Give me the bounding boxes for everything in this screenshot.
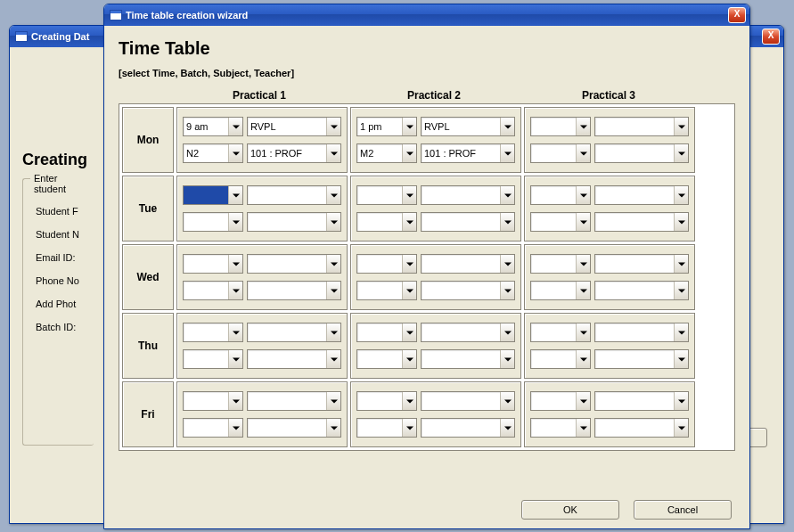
chevron-down-icon[interactable]	[674, 255, 688, 273]
teacher-select[interactable]	[421, 418, 515, 438]
subject-select[interactable]	[421, 391, 515, 411]
time-select[interactable]	[356, 254, 417, 274]
subject-select[interactable]	[594, 117, 689, 136]
time-select[interactable]	[530, 323, 591, 342]
chevron-down-icon[interactable]	[674, 118, 688, 135]
batch-select[interactable]	[183, 212, 243, 232]
teacher-select[interactable]	[421, 349, 515, 369]
teacher-select[interactable]	[594, 212, 689, 232]
time-select[interactable]	[183, 254, 243, 274]
chevron-down-icon[interactable]	[402, 118, 416, 135]
chevron-down-icon[interactable]	[576, 350, 590, 368]
teacher-select[interactable]	[247, 212, 341, 232]
time-select[interactable]	[356, 391, 417, 411]
teacher-select[interactable]	[421, 212, 515, 232]
chevron-down-icon[interactable]	[228, 419, 242, 437]
time-select[interactable]	[183, 185, 243, 205]
close-icon[interactable]: X	[728, 7, 746, 23]
chevron-down-icon[interactable]	[326, 186, 340, 204]
chevron-down-icon[interactable]	[228, 255, 242, 273]
chevron-down-icon[interactable]	[576, 392, 590, 410]
chevron-down-icon[interactable]	[402, 186, 416, 204]
chevron-down-icon[interactable]	[326, 392, 340, 410]
batch-select[interactable]	[356, 212, 417, 232]
chevron-down-icon[interactable]	[576, 118, 590, 135]
chevron-down-icon[interactable]	[326, 255, 340, 273]
teacher-select[interactable]	[247, 349, 341, 369]
cancel-button[interactable]: Cancel	[634, 500, 732, 520]
batch-select[interactable]	[530, 143, 591, 163]
chevron-down-icon[interactable]	[500, 255, 514, 273]
subject-select[interactable]	[421, 185, 515, 205]
chevron-down-icon[interactable]	[674, 213, 688, 231]
teacher-select[interactable]	[594, 349, 689, 369]
subject-select[interactable]	[247, 185, 341, 205]
chevron-down-icon[interactable]	[402, 323, 416, 341]
chevron-down-icon[interactable]	[674, 144, 688, 162]
chevron-down-icon[interactable]	[576, 323, 590, 341]
chevron-down-icon[interactable]	[576, 144, 590, 162]
chevron-down-icon[interactable]	[500, 213, 514, 231]
teacher-select[interactable]: 101 : PROF	[247, 143, 341, 163]
chevron-down-icon[interactable]	[402, 350, 416, 368]
chevron-down-icon[interactable]	[500, 350, 514, 368]
ok-button[interactable]: OK	[521, 500, 619, 520]
chevron-down-icon[interactable]	[402, 213, 416, 231]
batch-select[interactable]	[183, 418, 243, 438]
chevron-down-icon[interactable]	[228, 392, 242, 410]
chevron-down-icon[interactable]	[228, 350, 242, 368]
chevron-down-icon[interactable]	[576, 419, 590, 437]
front-titlebar[interactable]: Time table creation wizard X	[104, 4, 749, 26]
time-select[interactable]	[530, 185, 591, 205]
chevron-down-icon[interactable]	[674, 392, 688, 410]
time-select[interactable]	[530, 391, 591, 411]
chevron-down-icon[interactable]	[674, 282, 688, 299]
time-select[interactable]	[356, 323, 417, 342]
chevron-down-icon[interactable]	[228, 213, 242, 231]
chevron-down-icon[interactable]	[326, 323, 340, 341]
chevron-down-icon[interactable]	[326, 419, 340, 437]
teacher-select[interactable]	[594, 418, 689, 438]
batch-select[interactable]: N2	[183, 143, 243, 163]
chevron-down-icon[interactable]	[326, 118, 340, 135]
batch-select[interactable]	[530, 349, 591, 369]
chevron-down-icon[interactable]	[500, 392, 514, 410]
time-select[interactable]: 1 pm	[356, 117, 417, 136]
chevron-down-icon[interactable]	[500, 419, 514, 437]
time-select[interactable]	[183, 391, 243, 411]
chevron-down-icon[interactable]	[674, 350, 688, 368]
time-select[interactable]	[183, 323, 243, 342]
batch-select[interactable]	[530, 212, 591, 232]
chevron-down-icon[interactable]	[228, 282, 242, 299]
chevron-down-icon[interactable]	[326, 350, 340, 368]
batch-select[interactable]	[356, 418, 417, 438]
time-select[interactable]	[530, 254, 591, 274]
batch-select[interactable]	[183, 349, 243, 369]
chevron-down-icon[interactable]	[228, 323, 242, 341]
chevron-down-icon[interactable]	[402, 282, 416, 299]
batch-select[interactable]: M2	[356, 143, 417, 163]
chevron-down-icon[interactable]	[500, 118, 514, 135]
chevron-down-icon[interactable]	[674, 323, 688, 341]
chevron-down-icon[interactable]	[674, 419, 688, 437]
chevron-down-icon[interactable]	[576, 213, 590, 231]
chevron-down-icon[interactable]	[674, 186, 688, 204]
teacher-select[interactable]	[247, 418, 341, 438]
time-select[interactable]: 9 am	[183, 117, 243, 136]
chevron-down-icon[interactable]	[228, 144, 242, 162]
chevron-down-icon[interactable]	[500, 144, 514, 162]
teacher-select[interactable]	[247, 281, 341, 300]
chevron-down-icon[interactable]	[326, 144, 340, 162]
chevron-down-icon[interactable]	[500, 282, 514, 299]
chevron-down-icon[interactable]	[228, 186, 242, 204]
chevron-down-icon[interactable]	[326, 213, 340, 231]
chevron-down-icon[interactable]	[326, 282, 340, 299]
subject-select[interactable]	[421, 254, 515, 274]
close-icon[interactable]: X	[762, 29, 780, 45]
chevron-down-icon[interactable]	[402, 144, 416, 162]
subject-select[interactable]	[247, 323, 341, 342]
teacher-select[interactable]	[594, 143, 689, 163]
chevron-down-icon[interactable]	[402, 392, 416, 410]
chevron-down-icon[interactable]	[576, 282, 590, 299]
subject-select[interactable]	[594, 391, 689, 411]
